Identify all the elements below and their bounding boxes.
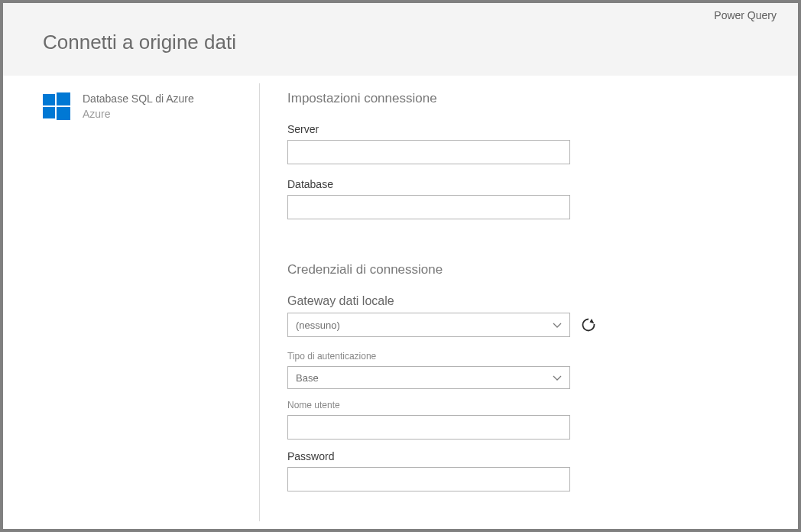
windows-icon	[43, 92, 70, 120]
auth-type-select-wrap: Base	[287, 366, 570, 389]
database-label: Database	[287, 178, 798, 190]
gateway-select-wrap: (nessuno)	[287, 313, 570, 337]
username-input[interactable]	[287, 415, 570, 440]
gateway-label: Gateway dati locale	[287, 294, 798, 308]
gateway-row: (nessuno)	[287, 313, 798, 337]
password-input[interactable]	[287, 467, 570, 491]
gateway-selected-value: (nessuno)	[296, 320, 340, 331]
auth-type-block: Tipo di autenticazione Base	[287, 351, 798, 389]
source-title: Database SQL di Azure	[83, 92, 194, 105]
username-label: Nome utente	[287, 400, 798, 410]
server-input[interactable]	[287, 140, 570, 164]
dialog-window: Power Query Connetti a origine dati Data…	[3, 3, 798, 529]
source-subtitle: Azure	[83, 108, 194, 120]
auth-type-label: Tipo di autenticazione	[287, 351, 798, 362]
brand-label: Power Query	[714, 9, 777, 21]
dialog-header: Power Query Connetti a origine dati	[3, 3, 798, 76]
dialog-body: Database SQL di Azure Azure Impostazioni…	[3, 76, 798, 529]
password-label: Password	[287, 450, 798, 462]
username-block: Nome utente	[287, 400, 798, 440]
auth-type-selected-value: Base	[296, 372, 319, 384]
source-panel: Database SQL di Azure Azure	[3, 76, 259, 529]
svg-rect-0	[43, 94, 55, 105]
source-info: Database SQL di Azure Azure	[83, 92, 194, 120]
svg-rect-2	[43, 107, 55, 118]
database-input[interactable]	[287, 195, 570, 219]
auth-type-select[interactable]: Base	[287, 366, 570, 389]
gateway-select[interactable]: (nessuno)	[287, 313, 570, 337]
refresh-button[interactable]	[579, 316, 598, 334]
server-field-block: Server	[287, 123, 798, 164]
database-field-block: Database	[287, 178, 798, 219]
svg-rect-1	[57, 92, 70, 105]
password-block: Password	[287, 450, 798, 491]
connection-settings-title: Impostazioni connessione	[287, 91, 798, 106]
form-panel: Impostazioni connessione Server Database…	[260, 76, 798, 529]
svg-rect-3	[57, 107, 70, 120]
server-label: Server	[287, 123, 798, 135]
credentials-title: Credenziali di connessione	[287, 262, 798, 277]
refresh-icon	[581, 317, 596, 332]
page-title: Connetti a origine dati	[3, 3, 798, 54]
